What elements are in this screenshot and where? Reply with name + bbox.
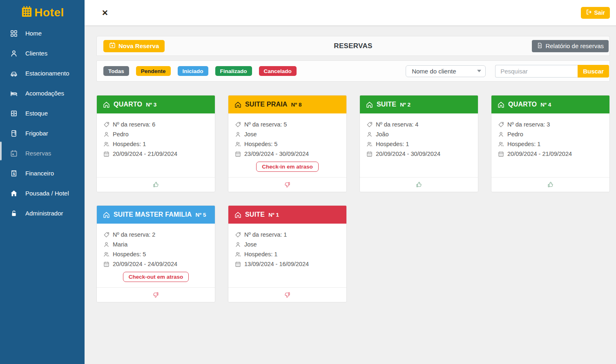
sidebar-item-label: Clientes bbox=[25, 50, 47, 57]
report-button[interactable]: Relatório de reservas bbox=[532, 40, 609, 52]
person-icon bbox=[498, 131, 504, 138]
search-input[interactable] bbox=[495, 65, 578, 78]
filters-bar: Todas Pendente Iniciado Finalizado Cance… bbox=[96, 60, 610, 82]
filter-badge-todas[interactable]: Todas bbox=[103, 66, 129, 76]
person-icon bbox=[235, 242, 241, 248]
tag-icon bbox=[498, 122, 504, 128]
hotel-building-icon bbox=[20, 5, 33, 20]
calendar-icon bbox=[235, 151, 241, 157]
tag-icon bbox=[235, 122, 241, 128]
search-button[interactable]: Buscar bbox=[578, 65, 609, 78]
reservation-card-body: Nº da reserva: 1 Jose Hospedes: 1 13/09/… bbox=[228, 224, 346, 287]
new-reservation-label: Nova Reserva bbox=[118, 42, 159, 49]
grid-icon bbox=[10, 30, 18, 37]
car-icon bbox=[10, 70, 18, 77]
person-icon bbox=[366, 131, 373, 138]
house-door-icon bbox=[103, 101, 110, 109]
reservation-card-header: SUITE PRAIA Nº 8 bbox=[228, 95, 346, 113]
reservation-card-footer bbox=[228, 287, 346, 302]
room-name: QUARTO bbox=[114, 101, 142, 108]
sidebar-item-label: Acomodações bbox=[25, 90, 64, 97]
reservation-card[interactable]: SUITE Nº 2 Nº da reserva: 4 João Hospede… bbox=[359, 95, 478, 192]
calendar-icon bbox=[498, 151, 504, 157]
sidebar-item-frigobar[interactable]: Frigobar bbox=[0, 123, 85, 143]
house-door-icon bbox=[234, 101, 242, 109]
calendar-icon bbox=[235, 261, 241, 267]
reservation-card[interactable]: SUITE MASTER FAMILIA Nº 5 Nº da reserva:… bbox=[96, 205, 215, 302]
sidebar-item-administrador[interactable]: Administrador bbox=[0, 203, 85, 223]
calendar-icon bbox=[10, 150, 18, 157]
sidebar-scrollbar[interactable] bbox=[0, 142, 2, 160]
sidebar: Hotel Home Clientes Estacionamento Acomo… bbox=[0, 0, 85, 364]
guest-name: Pedro bbox=[113, 131, 129, 138]
filter-badge-cancelado[interactable]: Cancelado bbox=[259, 66, 297, 76]
status-filter-badges: Todas Pendente Iniciado Finalizado Cance… bbox=[103, 66, 297, 76]
app-logo-text: Hotel bbox=[34, 6, 64, 19]
sidebar-item-label: Financeiro bbox=[25, 170, 54, 177]
thumb-up-icon[interactable] bbox=[547, 181, 554, 188]
reservation-card[interactable]: QUARTO Nº 3 Nº da reserva: 6 Pedro Hospe… bbox=[96, 95, 215, 192]
thumb-up-icon[interactable] bbox=[415, 181, 422, 188]
search-area: Nome do cliente Buscar bbox=[406, 65, 609, 78]
reservation-card[interactable]: SUITE PRAIA Nº 8 Nº da reserva: 5 Jose H… bbox=[228, 95, 347, 192]
close-icon[interactable]: ✕ bbox=[102, 9, 108, 17]
guest-name: Pedro bbox=[507, 131, 523, 138]
reservations-page: Nova Reserva RESERVAS Relatório de reser… bbox=[85, 25, 616, 302]
thumb-down-icon[interactable] bbox=[284, 291, 291, 298]
sidebar-item-home[interactable]: Home bbox=[0, 23, 85, 43]
new-reservation-button[interactable]: Nova Reserva bbox=[103, 40, 165, 52]
thumb-down-icon[interactable] bbox=[284, 181, 291, 188]
room-name: SUITE bbox=[377, 101, 396, 108]
sidebar-item-label: Pousada / Hotel bbox=[25, 190, 69, 197]
person-icon bbox=[103, 131, 109, 138]
filter-badge-finalizado[interactable]: Finalizado bbox=[215, 66, 252, 76]
reservation-card[interactable]: QUARTO Nº 4 Nº da reserva: 3 Pedro Hospe… bbox=[491, 95, 610, 192]
sidebar-item-label: Estacionamento bbox=[25, 70, 69, 77]
reservation-card-footer bbox=[228, 177, 346, 192]
guest-name: Jose bbox=[244, 131, 257, 138]
sidebar-item-estoque[interactable]: Estoque bbox=[0, 103, 85, 123]
lock-icon bbox=[10, 210, 18, 217]
reservation-card-footer bbox=[97, 177, 215, 192]
calendar-icon bbox=[103, 261, 109, 267]
room-number: Nº 3 bbox=[146, 102, 156, 108]
person-icon bbox=[10, 50, 18, 57]
sidebar-item-label: Administrador bbox=[25, 210, 63, 217]
tag-icon bbox=[366, 122, 373, 128]
filter-badge-pendente[interactable]: Pendente bbox=[136, 66, 171, 76]
reservation-number: Nº da reserva: 1 bbox=[244, 231, 287, 238]
main-area: ✕ Sair Nova Reserva RESERVAS Relatório d… bbox=[85, 0, 616, 364]
bed-icon bbox=[10, 90, 18, 97]
reservation-card-body: Nº da reserva: 5 Jose Hospedes: 5 23/09/… bbox=[228, 113, 346, 177]
filter-type-select[interactable]: Nome do cliente bbox=[406, 65, 486, 77]
app-window: Hotel Home Clientes Estacionamento Acomo… bbox=[0, 0, 616, 364]
reservation-number: Nº da reserva: 5 bbox=[244, 121, 287, 128]
reservation-card-footer bbox=[491, 177, 609, 192]
person-icon bbox=[235, 131, 241, 138]
thumb-up-icon[interactable] bbox=[152, 181, 159, 188]
room-name: SUITE PRAIA bbox=[245, 101, 288, 108]
reservation-dates: 23/09/2024 - 30/09/2024 bbox=[244, 151, 309, 157]
reservation-card-header: SUITE Nº 1 bbox=[228, 206, 346, 224]
people-icon bbox=[103, 141, 109, 147]
sidebar-item-acomoda-es[interactable]: Acomodações bbox=[0, 83, 85, 103]
house-door-icon bbox=[366, 101, 373, 109]
filter-badge-iniciado[interactable]: Iniciado bbox=[178, 66, 208, 76]
room-number: Nº 5 bbox=[196, 212, 206, 218]
house-door-icon bbox=[103, 211, 110, 219]
room-number: Nº 2 bbox=[400, 102, 411, 108]
logout-icon bbox=[586, 9, 592, 16]
reservation-number: Nº da reserva: 3 bbox=[507, 121, 550, 128]
reservation-cards-grid: QUARTO Nº 3 Nº da reserva: 6 Pedro Hospe… bbox=[96, 95, 610, 302]
room-name: SUITE bbox=[245, 211, 265, 218]
thumb-down-icon[interactable] bbox=[152, 291, 159, 298]
sidebar-item-clientes[interactable]: Clientes bbox=[0, 43, 85, 63]
sidebar-item-financeiro[interactable]: $ Financeiro bbox=[0, 163, 85, 183]
sidebar-item-estacionamento[interactable]: Estacionamento bbox=[0, 63, 85, 83]
sidebar-item-label: Home bbox=[25, 30, 42, 37]
reservation-card[interactable]: SUITE Nº 1 Nº da reserva: 1 Jose Hospede… bbox=[228, 205, 347, 302]
logout-button[interactable]: Sair bbox=[581, 7, 610, 19]
sidebar-item-pousada-hotel[interactable]: Pousada / Hotel bbox=[0, 183, 85, 203]
sidebar-item-reservas[interactable]: Reservas bbox=[0, 143, 85, 163]
house-icon bbox=[10, 190, 18, 197]
